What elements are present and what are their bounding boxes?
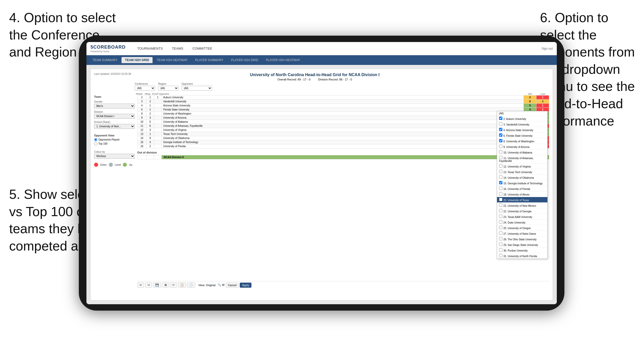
dropdown-checkbox[interactable] xyxy=(499,226,502,229)
dropdown-item[interactable]: 31. University of North Florida xyxy=(497,253,547,259)
overall-record: Overall Record: 89 - 17 - 0 xyxy=(277,78,310,81)
dropdown-checkbox[interactable] xyxy=(499,220,502,224)
dropdown-checkbox[interactable] xyxy=(499,187,502,190)
dropdown-item-label: 23. Texas A&M University xyxy=(503,216,532,218)
radio-input-top100[interactable] xyxy=(94,142,97,145)
dropdown-checkbox[interactable] xyxy=(499,181,502,184)
dropdown-item[interactable]: 10. University of Alabama xyxy=(497,149,547,155)
cut-btn[interactable]: ✂ xyxy=(170,282,177,288)
redo-btn[interactable]: ↪ xyxy=(145,282,152,288)
dropdown-checkbox[interactable] xyxy=(499,175,502,179)
colour-select[interactable]: Win/loss xyxy=(94,154,135,159)
dropdown-item[interactable]: 24. Duke University xyxy=(497,219,547,225)
cell-opponent: Vanderbilt University xyxy=(162,100,524,104)
dropdown-checkbox[interactable] xyxy=(499,254,502,257)
dropdown-item-label: 15. Georgia Institute of Technology xyxy=(503,182,543,185)
opponent-dropdown[interactable]: (All)2. Auburn University3. Vanderbilt U… xyxy=(497,111,548,259)
tab-team-summary[interactable]: TEAM SUMMARY xyxy=(89,57,121,63)
nav-committee[interactable]: COMMITTEE xyxy=(188,45,216,52)
dropdown-checkbox[interactable] xyxy=(499,209,502,212)
dropdown-item[interactable]: 6. Florida State University xyxy=(497,133,547,138)
undo-btn[interactable]: ↩ xyxy=(137,282,144,288)
tab-player-h2h[interactable]: PLAYER H2H GRID xyxy=(228,57,262,63)
dropdown-checkbox[interactable] xyxy=(499,128,502,131)
division-select[interactable]: NCAA Division I xyxy=(94,114,135,119)
dropdown-item[interactable]: 8. University of Washington xyxy=(497,138,547,144)
format-btn[interactable]: 🕐 xyxy=(187,282,195,288)
dropdown-checkbox[interactable] xyxy=(499,117,502,120)
dropdown-item[interactable]: 20. University of Texas xyxy=(497,197,547,203)
dropdown-item[interactable]: 21. University of New Mexico xyxy=(497,203,547,208)
dropdown-checkbox[interactable] xyxy=(499,150,502,154)
dropdown-item[interactable]: 25. University of Oregon xyxy=(497,225,547,231)
dropdown-checkbox[interactable] xyxy=(499,237,502,240)
dropdown-checkbox[interactable] xyxy=(499,215,502,218)
dropdown-checkbox[interactable] xyxy=(499,203,502,207)
dropdown-item-label: 2. Auburn University xyxy=(503,118,526,120)
table-row: 9 3 University of Arizona 1 0 xyxy=(138,116,549,120)
dropdown-item[interactable]: (All) xyxy=(497,111,547,116)
dropdown-checkbox[interactable] xyxy=(499,248,502,252)
nav-teams[interactable]: TEAMS xyxy=(168,45,187,52)
gender-select[interactable]: Men's xyxy=(94,104,135,108)
signout-link[interactable]: Sign out xyxy=(542,47,553,50)
dropdown-checkbox[interactable] xyxy=(499,164,502,168)
dropdown-checkbox[interactable] xyxy=(499,122,502,126)
dropdown-checkbox[interactable] xyxy=(499,192,502,196)
dropdown-item[interactable]: 22. University of Georgia xyxy=(497,208,547,214)
dropdown-checkbox[interactable] xyxy=(499,231,502,235)
save-btn[interactable]: 💾 xyxy=(153,282,161,288)
dropdown-item[interactable]: 30. Purdue University xyxy=(497,247,547,253)
apply-btn[interactable]: Apply xyxy=(240,283,251,288)
dropdown-checkbox[interactable] xyxy=(499,156,502,159)
dropdown-item[interactable]: 18. University of Illinois xyxy=(497,191,547,197)
cell-conf: 1 xyxy=(154,95,162,100)
tab-h2h-heatmap[interactable]: TEAM H2H HEATMAP xyxy=(153,57,191,63)
app-header: 5COREBOARD Powered by Scout TOURNAMENTS … xyxy=(86,42,557,55)
dropdown-item[interactable]: 27. University of Notre Dame xyxy=(497,231,547,236)
school-select[interactable]: 1. University of Nort... xyxy=(94,124,135,129)
dropdown-item[interactable]: 9. University of Arizona xyxy=(497,144,547,149)
dropdown-item[interactable]: 16. University of Florida xyxy=(497,186,547,191)
dropdown-item[interactable]: 13. Texas Tech University xyxy=(497,169,547,175)
dropdown-checkbox[interactable] xyxy=(499,243,502,246)
cell-conf xyxy=(154,112,162,116)
tab-player-heatmap[interactable]: PLAYER H2H HEATMAP xyxy=(262,57,304,63)
dropdown-checkbox[interactable] xyxy=(499,139,502,142)
dropdown-checkbox[interactable] xyxy=(499,145,502,148)
dropdown-item[interactable]: 11. University of Arkansas, Fayetteville xyxy=(497,155,547,163)
region-select[interactable]: (All) xyxy=(158,86,178,91)
cell-conf xyxy=(154,104,162,108)
tab-player-summary[interactable]: PLAYER SUMMARY xyxy=(192,57,227,63)
paste-btn[interactable]: 📋 xyxy=(178,282,186,288)
radio-input-played[interactable] xyxy=(94,138,97,141)
radio-top-100[interactable]: Top 100 xyxy=(94,142,135,145)
conference-select[interactable]: (All) xyxy=(135,86,155,91)
dropdown-item[interactable]: 15. Georgia Institute of Technology xyxy=(497,180,547,186)
team-section-title: Team xyxy=(94,95,135,98)
dropdown-item[interactable]: 2. Auburn University xyxy=(497,116,547,121)
dropdown-item[interactable]: 29. San Diego State University xyxy=(497,242,547,247)
cell-rank: 16 xyxy=(138,144,146,148)
dropdown-item[interactable]: 28. The Ohio State University xyxy=(497,236,547,242)
table-scroll[interactable]: 2 1 1 Auburn University 2 1 3 2 Vanderbi… xyxy=(137,95,549,281)
opponent-select[interactable]: (All) xyxy=(182,86,212,91)
copy-btn[interactable]: ⊞ xyxy=(162,282,169,288)
dropdown-item[interactable]: 3. Vanderbilt University xyxy=(497,121,547,127)
cell-reg: 2 xyxy=(146,108,154,112)
cell-opponent: Georgia Institute of Technology xyxy=(162,140,524,144)
dropdown-item[interactable]: 23. Texas A&M University xyxy=(497,214,547,219)
colour-by-section: Colour by Win/loss xyxy=(94,150,135,159)
cancel-btn[interactable]: Cancel xyxy=(226,283,239,288)
dropdown-item[interactable]: 12. University of Virginia xyxy=(497,163,547,169)
dropdown-checkbox[interactable] xyxy=(499,170,502,173)
dropdown-item[interactable]: 4. Arizona State University xyxy=(497,127,547,133)
dropdown-checkbox[interactable] xyxy=(499,133,502,137)
dropdown-checkbox[interactable] xyxy=(499,198,502,201)
legend-dot-down xyxy=(94,163,98,167)
nav-tournaments[interactable]: TOURNAMENTS xyxy=(133,45,167,52)
dropdown-item[interactable]: 14. University of Oklahoma xyxy=(497,175,547,180)
radio-opponents-played[interactable]: Opponents Played xyxy=(94,138,135,141)
cell-conf xyxy=(154,144,162,148)
tab-h2h-grid[interactable]: TEAM H2H GRID xyxy=(122,57,153,63)
